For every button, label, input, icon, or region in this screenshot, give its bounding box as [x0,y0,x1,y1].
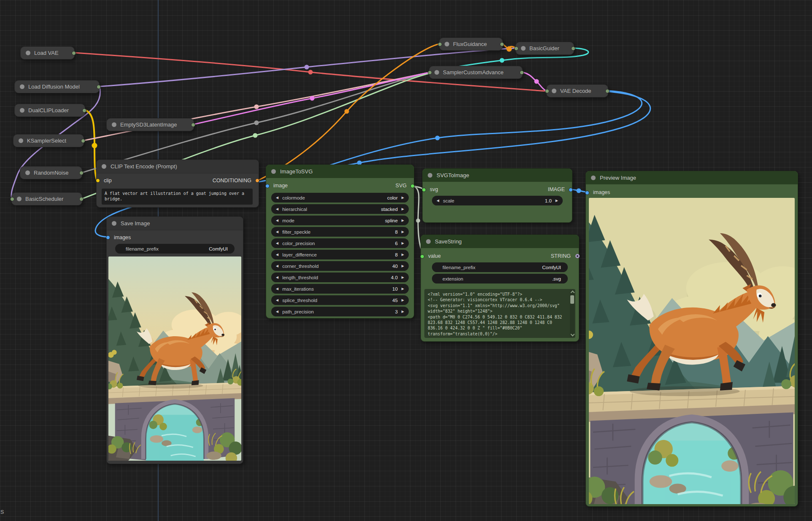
node-load-diffusion-model[interactable]: Load Diffusion Model [14,80,100,93]
node-ksampler-select[interactable]: KSamplerSelect [13,134,84,147]
input-port[interactable] [10,197,14,201]
increment-arrow[interactable]: ▶ [401,241,405,245]
prompt-text-widget[interactable]: A flat vector art illustration of a goat… [102,189,253,205]
value-input-port[interactable] [420,254,424,259]
node-save-string[interactable]: SaveString value STRING filename_prefix … [421,235,579,342]
code-scrollbar[interactable] [570,290,575,337]
filename-prefix-widget[interactable]: filename_prefix ComfyUI [115,244,235,254]
svg-code-text-widget[interactable]: <?xml version="1.0" encoding="UTF-8"?> <… [424,289,575,338]
collapse-dot[interactable] [112,221,116,226]
output-port[interactable] [500,42,504,46]
node-basic-guider[interactable]: BasicGuider [515,42,574,55]
widget-color-precision[interactable]: ◀ color_precision 6 ▶ [271,238,409,248]
node-header[interactable]: CLIP Text Encode (Prompt) [97,160,259,173]
collapse-dot[interactable] [591,175,596,180]
decrement-arrow[interactable]: ◀ [275,230,279,234]
images-input-port[interactable] [106,235,110,240]
image-output-port[interactable] [569,188,573,192]
increment-arrow[interactable]: ▶ [401,275,405,279]
collapse-dot[interactable] [112,122,116,127]
increment-arrow[interactable]: ▶ [401,310,405,313]
decrement-arrow[interactable]: ◀ [275,207,279,211]
node-vae-decode[interactable]: VAE Decode [546,84,608,97]
decrement-arrow[interactable]: ◀ [275,264,279,268]
input-port[interactable] [438,42,442,46]
collapse-dot[interactable] [102,164,106,169]
decrement-arrow[interactable]: ◀ [275,219,279,222]
node-basic-scheduler[interactable]: BasicScheduler [11,192,82,205]
output-port[interactable] [571,46,575,51]
collapse-dot[interactable] [17,197,22,201]
decrement-arrow[interactable]: ◀ [275,275,279,279]
node-header[interactable]: SVGToImage [423,169,572,182]
svg-output-port[interactable] [410,184,415,188]
increment-arrow[interactable]: ▶ [401,219,405,222]
svg-input-port[interactable] [422,188,426,192]
decrement-arrow[interactable]: ◀ [275,310,279,313]
widget-max-iterations[interactable]: ◀ max_iterations 10 ▶ [271,284,409,294]
widget-colormode[interactable]: ◀ colormode color ▶ [271,193,409,202]
conditioning-output-port[interactable] [255,178,259,183]
extension-widget[interactable]: extension .svg [432,274,568,283]
widget-filter-speckle[interactable]: ◀ filter_speckle 8 ▶ [271,227,409,237]
output-port[interactable] [79,197,84,201]
node-header[interactable]: Preview Image [586,171,798,184]
filename-prefix-widget[interactable]: filename_prefix ComfyUI [432,262,568,272]
increment-arrow[interactable]: ▶ [401,230,405,234]
increment-arrow[interactable]: ▶ [401,287,405,291]
increment-arrow[interactable]: ▶ [555,199,559,202]
node-clip-text-encode[interactable]: CLIP Text Encode (Prompt) clip CONDITION… [96,159,259,208]
scroll-down-icon[interactable] [570,332,575,337]
graph-canvas[interactable]: s [0,0,812,521]
increment-arrow[interactable]: ▶ [401,207,405,211]
string-output-port[interactable] [575,254,580,258]
node-save-image[interactable]: Save Image images filename_prefix ComfyU… [106,216,243,464]
decrement-arrow[interactable]: ◀ [275,298,279,302]
output-port[interactable] [79,171,84,175]
decrement-arrow[interactable]: ◀ [275,253,279,256]
widget-splice-threshold[interactable]: ◀ splice_threshold 45 ▶ [271,295,409,305]
node-load-vae[interactable]: Load VAE [20,46,75,59]
widget-hierarchical[interactable]: ◀ hierarchical stacked ▶ [271,204,409,214]
node-svg-to-image[interactable]: SVGToImage svg IMAGE ◀ scale 1.0 ▶ [422,168,572,223]
output-port[interactable] [520,70,524,75]
node-header[interactable]: ImageToSVG [266,165,414,178]
collapse-dot[interactable] [434,70,439,75]
output-port[interactable] [72,51,76,55]
increment-arrow[interactable]: ▶ [401,196,405,200]
collapse-dot[interactable] [26,51,30,55]
image-input-port[interactable] [265,184,270,188]
widget-scale[interactable]: ◀ scale 1.0 ▶ [432,196,563,205]
widget-mode[interactable]: ◀ mode spline ▶ [271,216,409,225]
widget-corner-threshold[interactable]: ◀ corner_threshold 40 ▶ [271,261,409,271]
output-port[interactable] [605,89,610,93]
node-sampler-custom-advance[interactable]: SamplerCustomAdvance [429,66,523,79]
collapse-dot[interactable] [20,108,24,113]
output-port[interactable] [191,123,195,127]
node-dual-clip-loader[interactable]: DualCLIPLoader [14,104,85,117]
output-port[interactable] [82,108,86,113]
output-port[interactable] [81,139,85,143]
node-flux-guidance[interactable]: FluxGuidance [439,38,503,51]
collapse-dot[interactable] [25,170,30,175]
collapse-dot[interactable] [271,169,276,174]
collapse-dot[interactable] [20,84,24,89]
increment-arrow[interactable]: ▶ [401,298,405,302]
collapse-dot[interactable] [445,42,449,46]
decrement-arrow[interactable]: ◀ [436,199,440,202]
scroll-up-icon[interactable] [570,291,575,295]
collapse-dot[interactable] [521,46,526,51]
collapse-dot[interactable] [426,239,431,244]
collapse-dot[interactable] [428,173,432,178]
decrement-arrow[interactable]: ◀ [275,241,279,245]
clip-input-port[interactable] [96,178,100,183]
node-preview-image[interactable]: Preview Image images [585,171,798,507]
input-port[interactable] [428,70,432,75]
increment-arrow[interactable]: ▶ [401,264,405,268]
decrement-arrow[interactable]: ◀ [275,196,279,200]
widget-path-precision[interactable]: ◀ path_precision 3 ▶ [271,307,409,316]
node-image-to-svg[interactable]: ImageToSVG image SVG ◀ colormode color ▶… [266,165,414,319]
scroll-thumb[interactable] [570,295,574,304]
images-input-port[interactable] [585,191,589,195]
node-header[interactable]: Save Image [107,217,243,230]
